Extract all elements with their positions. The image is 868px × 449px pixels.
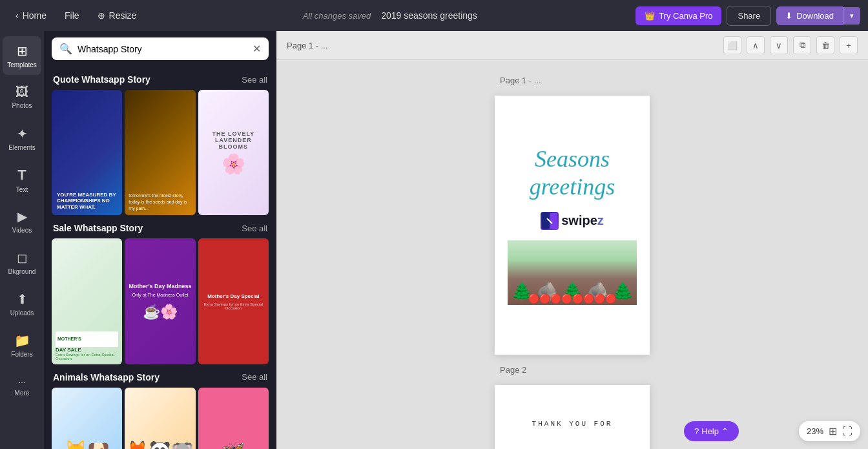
home-button[interactable]: ‹ Home xyxy=(8,6,54,25)
ez-text: z xyxy=(597,213,604,227)
help-button[interactable]: ? Help ⌃ xyxy=(684,421,739,441)
text-label: Text xyxy=(16,186,28,193)
sidebar-item-elements[interactable]: ✦ Elements xyxy=(3,119,41,158)
topbar-left: ‹ Home File ⊕ Resize xyxy=(8,6,144,25)
page-settings-icon: ⬜ xyxy=(727,41,738,50)
try-pro-button[interactable]: 👑 Try Canva Pro xyxy=(636,6,721,25)
chevron-left-icon: ‹ xyxy=(16,10,19,21)
seasons-line2: greetings xyxy=(530,174,615,200)
canvas-page-2[interactable]: THANK YOU FOR xyxy=(495,385,650,449)
resize-button[interactable]: ⊕ Resize xyxy=(90,6,145,25)
chevron-up-icon: ∧ xyxy=(752,41,759,50)
folders-label: Folders xyxy=(11,351,32,358)
search-bar: 🔍 ✕ xyxy=(52,37,269,60)
next-page-button[interactable]: ∨ xyxy=(770,36,788,54)
duplicate-page-button[interactable]: ⧉ xyxy=(793,36,811,54)
template-thumb[interactable]: Mother's Day Special Extra Savings for a… xyxy=(198,238,269,364)
template-label: DAY SALE xyxy=(56,347,118,353)
sale-section-title: Sale Whatsapp Story xyxy=(53,223,143,233)
svg-rect-0 xyxy=(542,213,550,229)
swipe-text: swipe xyxy=(561,213,597,227)
add-page-button[interactable]: + xyxy=(840,36,858,54)
sidebar-item-photos[interactable]: 🖼 Photos xyxy=(3,78,41,116)
template-text: YOU'RE MEASURED BY CHAMPIONSHIPS NO MATT… xyxy=(57,192,117,211)
videos-icon: ▶ xyxy=(17,209,27,224)
berries-decoration: 🔴🔴🔴🔴🔴🔴🔴🔴 xyxy=(508,293,637,304)
zoom-level: 23% xyxy=(807,426,823,436)
sidebar-item-more[interactable]: ··· More xyxy=(3,367,41,406)
download-button[interactable]: ⬇ Download xyxy=(776,6,843,25)
swipez-icon xyxy=(541,212,559,230)
animals-emoji: 🦊🐼🐨 xyxy=(126,439,194,449)
copy-icon: ⧉ xyxy=(800,40,805,50)
sidebar-item-folders[interactable]: 📁 Folders xyxy=(3,326,41,364)
home-label: Home xyxy=(23,10,46,21)
animals-section-title: Animals Whatsapp Story xyxy=(53,372,160,382)
template-thumb[interactable]: THE LOVELY LAVENDER BLOOMS 🌸 xyxy=(198,90,269,215)
uploads-icon: ⬆ xyxy=(17,291,28,307)
templates-panel: 🔍 ✕ Quote Whatsapp Story See all YOU'RE … xyxy=(44,31,276,449)
topbar-center: All changes saved 2019 seasons greetings xyxy=(149,10,630,21)
template-thumb[interactable]: tomorrow's the nicest story, today is th… xyxy=(125,90,195,215)
search-input[interactable] xyxy=(78,44,247,54)
more-label: More xyxy=(15,390,30,397)
cat-emoji: 🐱🐶 xyxy=(65,439,110,449)
download-dropdown-button[interactable]: ▾ xyxy=(843,7,860,25)
template-thumb[interactable]: YOU'RE MEASURED BY CHAMPIONSHIPS NO MATT… xyxy=(52,90,122,215)
sidebar-item-background[interactable]: ◻ Bkground xyxy=(3,243,41,282)
template-thumb[interactable]: MOTHER'S DAY SALE Extra Savings for an E… xyxy=(52,238,122,364)
animals-see-all[interactable]: See all xyxy=(242,372,267,382)
photos-label: Photos xyxy=(12,102,32,109)
template-thumb[interactable]: 🦋 xyxy=(198,388,269,449)
sidebar-item-videos[interactable]: ▶ Videos xyxy=(3,202,41,240)
swipez-name: swipez xyxy=(561,213,604,228)
share-button[interactable]: Share xyxy=(727,6,771,26)
page-indicator: Page 1 - ... xyxy=(287,41,328,50)
more-icon: ··· xyxy=(18,377,26,387)
zoom-bar: 23% ⊞ ⛶ xyxy=(799,421,860,441)
animals-template-grid: 🐱🐶 🦊🐼🐨 🦋 xyxy=(44,388,276,449)
quote-section-header: Quote Whatsapp Story See all xyxy=(44,67,276,90)
canvas-scroll: Page 1 - ... Seasons greetings xyxy=(469,60,676,449)
delete-page-button[interactable]: 🗑 xyxy=(816,36,834,54)
sidebar-item-uploads[interactable]: ⬆ Uploads xyxy=(3,284,41,323)
prev-page-button[interactable]: ∧ xyxy=(747,36,765,54)
photos-icon: 🖼 xyxy=(16,85,28,99)
document-title: 2019 seasons greetings xyxy=(381,10,477,21)
elements-icon: ✦ xyxy=(17,126,28,141)
icon-rail: ⊞ Templates 🖼 Photos ✦ Elements T Text ▶… xyxy=(0,31,44,449)
template-text: THE LOVELY LAVENDER BLOOMS xyxy=(203,131,264,150)
template-content: THE LOVELY LAVENDER BLOOMS 🌸 xyxy=(198,125,269,180)
grid-view-button[interactable]: ⊞ xyxy=(829,425,837,437)
file-button[interactable]: File xyxy=(57,6,87,25)
page1-label: Page 1 - ... xyxy=(500,76,541,85)
chevron-down-icon: ▾ xyxy=(850,12,854,19)
animal-circle-emoji: 🦋 xyxy=(222,439,245,449)
topbar-right: 👑 Try Canva Pro Share ⬇ Download ▾ xyxy=(636,6,860,26)
share-label: Share xyxy=(738,11,760,21)
template-emoji: ☕🌸 xyxy=(143,304,178,320)
template-thumb[interactable]: 🦊🐼🐨 xyxy=(125,388,195,449)
seasons-greetings-text: Seasons greetings xyxy=(530,145,615,201)
template-text: Mother's Day MadnessOnly at The Madness … xyxy=(129,282,191,298)
sale-see-all[interactable]: See all xyxy=(242,224,267,233)
main-area: ⊞ Templates 🖼 Photos ✦ Elements T Text ▶… xyxy=(0,31,868,449)
sale-template-grid: MOTHER'S DAY SALE Extra Savings for an E… xyxy=(44,238,276,364)
canvas-toolbar: Page 1 - ... ⬜ ∧ ∨ ⧉ 🗑 + xyxy=(276,31,868,60)
videos-label: Videos xyxy=(12,227,32,234)
fullscreen-button[interactable]: ⛶ xyxy=(842,426,852,437)
download-label: Download xyxy=(796,11,834,21)
template-thumb[interactable]: 🐱🐶 xyxy=(52,388,122,449)
sidebar-item-text[interactable]: T Text xyxy=(3,160,41,199)
quote-see-all[interactable]: See all xyxy=(242,75,267,85)
plus-icon: + xyxy=(846,41,851,50)
canvas-page-1[interactable]: Seasons greetings swipez xyxy=(495,96,650,355)
trash-icon: 🗑 xyxy=(822,41,830,50)
download-button-group: ⬇ Download ▾ xyxy=(776,6,860,25)
page-settings-button[interactable]: ⬜ xyxy=(723,36,741,54)
sidebar-item-templates[interactable]: ⊞ Templates xyxy=(3,36,41,75)
template-thumb[interactable]: Mother's Day MadnessOnly at The Madness … xyxy=(125,238,195,364)
templates-icon: ⊞ xyxy=(17,43,28,59)
search-clear-button[interactable]: ✕ xyxy=(253,43,261,55)
seasons-line1: Seasons xyxy=(535,146,610,172)
